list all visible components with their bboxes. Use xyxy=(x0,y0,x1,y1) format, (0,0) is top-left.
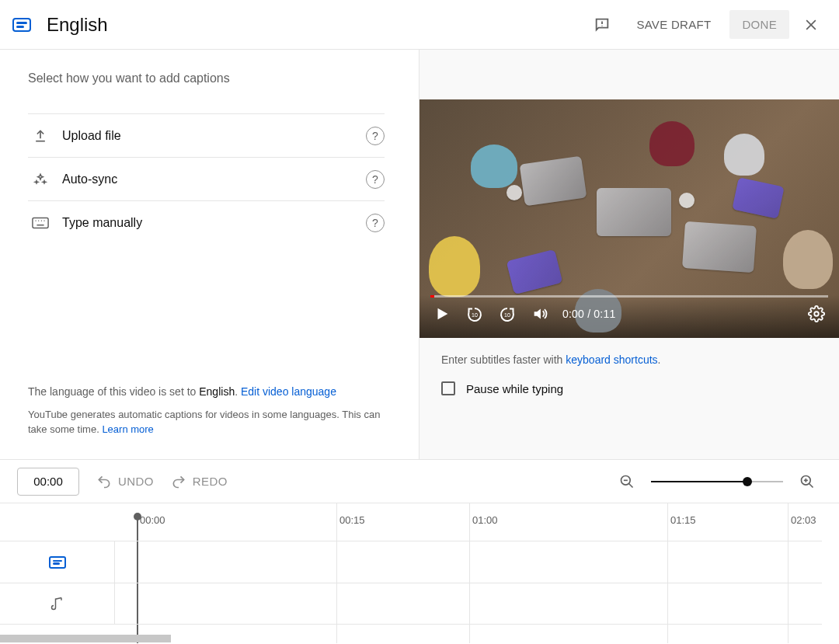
music-note-icon xyxy=(50,596,65,611)
video-settings-button[interactable] xyxy=(806,304,827,324)
timeline-toolbar: UNDO REDO xyxy=(0,459,839,503)
duration: 0:11 xyxy=(594,308,615,320)
checkbox-label: Pause while typing xyxy=(466,382,563,395)
zoom-out-icon xyxy=(619,474,635,489)
shortcut-hint: Enter subtitles faster with keyboard sho… xyxy=(441,353,817,366)
done-button[interactable]: DONE xyxy=(729,10,789,39)
audio-track-head[interactable] xyxy=(0,583,114,625)
auto-caption-text: YouTube generates automatic captions for… xyxy=(28,409,380,435)
option-auto-sync[interactable]: Auto-sync ? xyxy=(28,157,385,200)
current-time: 0:00 xyxy=(562,308,584,320)
preview-panel: 10 10 0:00 / xyxy=(420,50,839,459)
tick-label: 01:15 xyxy=(670,514,696,526)
hint-suffix: . xyxy=(658,353,661,366)
svg-line-14 xyxy=(629,483,633,487)
horizontal-scrollbar[interactable] xyxy=(0,635,171,642)
video-controls: 10 10 0:00 / xyxy=(420,294,839,338)
close-button[interactable] xyxy=(795,9,827,40)
svg-point-12 xyxy=(814,312,819,316)
save-draft-button[interactable]: SAVE DRAFT xyxy=(624,10,723,39)
video-time-display: 0:00 / 0:11 xyxy=(562,308,615,320)
tick-label: 00:15 xyxy=(339,514,365,526)
zoom-slider[interactable] xyxy=(651,481,783,482)
option-label: Upload file xyxy=(62,129,366,143)
close-icon xyxy=(803,17,819,33)
keyboard-icon xyxy=(28,217,53,229)
redo-icon xyxy=(171,474,186,489)
rewind-10-icon: 10 xyxy=(465,305,484,323)
page-title: English xyxy=(47,14,108,36)
play-button[interactable] xyxy=(432,304,452,324)
option-label: Auto-sync xyxy=(62,172,366,186)
upload-icon xyxy=(28,128,53,144)
learn-more-link[interactable]: Learn more xyxy=(102,423,153,435)
gear-icon xyxy=(808,305,825,322)
forward-10-button[interactable]: 10 xyxy=(497,304,517,324)
play-icon xyxy=(433,305,451,322)
zoom-controls xyxy=(617,472,817,492)
checkbox-box-icon xyxy=(441,381,455,395)
content-area: Select how you want to add captions Uplo… xyxy=(0,50,839,459)
undo-button[interactable]: UNDO xyxy=(96,474,154,489)
forward-10-icon: 10 xyxy=(498,305,517,323)
language-note-prefix: The language of this video is set to xyxy=(28,385,199,398)
caption-method-panel: Select how you want to add captions Uplo… xyxy=(0,50,420,459)
option-type-manually[interactable]: Type manually ? xyxy=(28,200,385,244)
help-icon[interactable]: ? xyxy=(366,127,385,145)
zoom-in-button[interactable] xyxy=(797,472,817,492)
help-icon[interactable]: ? xyxy=(366,214,385,232)
timeline[interactable]: 00:0000:1501:0001:1502:03 xyxy=(0,503,839,642)
language-note: The language of this video is set to Eng… xyxy=(28,384,385,400)
hint-prefix: Enter subtitles faster with xyxy=(441,353,566,366)
svg-point-1 xyxy=(602,25,603,26)
feedback-button[interactable] xyxy=(587,9,618,40)
svg-line-17 xyxy=(809,483,813,487)
captions-icon xyxy=(49,556,66,569)
video-preview[interactable]: 10 10 0:00 / xyxy=(420,99,839,338)
svg-text:10: 10 xyxy=(472,312,478,318)
zoom-in-icon xyxy=(799,474,815,489)
audio-track[interactable] xyxy=(115,583,822,625)
captions-icon xyxy=(12,18,31,32)
pause-while-typing-checkbox[interactable]: Pause while typing xyxy=(441,381,817,395)
redo-label: REDO xyxy=(193,475,228,488)
language-note-suffix: . xyxy=(235,385,241,398)
header-bar: English SAVE DRAFT DONE xyxy=(0,0,839,50)
time-input[interactable] xyxy=(17,468,79,496)
timeline-ruler[interactable]: 00:0000:1501:0001:1502:03 xyxy=(0,503,839,541)
captions-track[interactable] xyxy=(115,541,822,583)
redo-button[interactable]: REDO xyxy=(171,474,228,489)
undo-label: UNDO xyxy=(118,475,154,488)
zoom-out-button[interactable] xyxy=(617,472,637,492)
svg-text:10: 10 xyxy=(504,312,510,318)
tick-label: 01:00 xyxy=(472,514,498,526)
captions-track-head[interactable] xyxy=(0,541,114,583)
option-upload-file[interactable]: Upload file ? xyxy=(28,113,385,157)
auto-caption-note: YouTube generates automatic captions for… xyxy=(28,408,385,437)
help-icon[interactable]: ? xyxy=(366,170,385,189)
track-headers xyxy=(0,541,115,625)
edit-language-link[interactable]: Edit video language xyxy=(241,385,336,398)
volume-button[interactable] xyxy=(530,304,550,324)
tick-label: 02:03 xyxy=(791,514,816,526)
option-label: Type manually xyxy=(62,216,366,230)
svg-rect-4 xyxy=(33,218,48,228)
feedback-icon xyxy=(594,16,611,33)
rewind-10-button[interactable]: 10 xyxy=(465,304,485,324)
tick-label: 00:00 xyxy=(140,514,165,526)
method-prompt: Select how you want to add captions xyxy=(28,71,385,85)
undo-icon xyxy=(96,474,112,489)
keyboard-shortcuts-link[interactable]: keyboard shortcuts xyxy=(566,353,657,366)
volume-icon xyxy=(531,305,548,322)
sparkle-icon xyxy=(28,172,53,187)
language-name: English xyxy=(199,385,235,398)
